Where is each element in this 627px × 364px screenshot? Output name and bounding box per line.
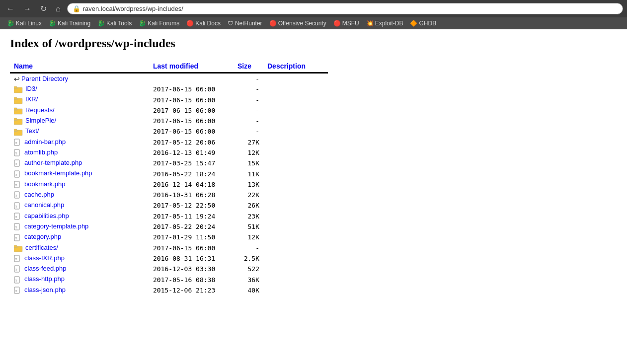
size-cell: 27K [234, 137, 263, 147]
size-cell: 12K [234, 232, 263, 242]
table-row: [?]admin-bar.php2017-05-12 20:0627K [10, 137, 328, 147]
file-icon: [?] [14, 222, 23, 231]
table-row: [?]cache.php2016-10-31 06:2822K [10, 190, 328, 200]
svg-text:[?]: [?] [15, 173, 17, 176]
modified-cell: 2017-06-15 06:00 [149, 243, 234, 253]
table-row: [?]class-json.php2015-12-06 21:2340K [10, 285, 328, 295]
bookmark-kali-linux[interactable]: 🐉 Kali Linux [4, 19, 45, 28]
col-name-link[interactable]: Name [14, 62, 33, 70]
bookmark-kali-forums[interactable]: 🐉 Kali Forums [136, 19, 182, 28]
svg-text:[?]: [?] [15, 279, 17, 282]
table-row: [?]bookmark.php2016-12-14 04:1813K [10, 179, 328, 190]
desc-cell [263, 116, 328, 126]
file-icon: [?] [14, 148, 23, 157]
desc-cell [263, 253, 328, 264]
col-desc-link[interactable]: Description [267, 62, 306, 70]
page-title: Index of /wordpress/wp-includes [10, 37, 617, 50]
col-size-link[interactable]: Size [237, 62, 251, 70]
bookmark-offensive-security[interactable]: 🔴 Offensive Security [266, 19, 329, 28]
size-cell: 15K [234, 158, 263, 168]
msfu-icon: 🔴 [333, 20, 341, 27]
svg-text:[?]: [?] [15, 162, 17, 165]
file-link[interactable]: capabilities.php [24, 212, 69, 219]
desc-cell [263, 179, 328, 190]
file-link[interactable]: category-template.php [24, 222, 88, 230]
kali-linux-icon: 🐉 [7, 20, 14, 27]
file-link[interactable]: author-template.php [24, 159, 82, 166]
file-link[interactable]: category.php [24, 233, 61, 240]
bookmark-kali-tools[interactable]: 🐉 Kali Tools [94, 19, 135, 28]
col-modified-link[interactable]: Last modified [153, 62, 198, 70]
file-link[interactable]: Parent Directory [21, 75, 68, 82]
svg-text:[?]: [?] [15, 237, 17, 239]
table-row: [?]atomlib.php2016-12-13 01:4912K [10, 147, 328, 158]
file-link[interactable]: class-http.php [24, 276, 65, 283]
size-cell: 2.5K [234, 253, 263, 264]
size-cell: 40K [234, 285, 263, 295]
file-link[interactable]: Text/ [25, 127, 39, 135]
size-cell: - [234, 73, 263, 84]
size-cell: 23K [234, 211, 263, 221]
page-content: Index of /wordpress/wp-includes Name Las… [0, 29, 627, 303]
svg-text:[?]: [?] [15, 226, 17, 228]
table-row: SimplePie/2017-06-15 06:00- [10, 116, 328, 126]
back-button[interactable]: ← [4, 3, 17, 14]
file-link[interactable]: ID3/ [25, 85, 37, 92]
file-link[interactable]: atomlib.php [24, 148, 58, 156]
table-row: [?]bookmark-template.php2016-05-22 18:24… [10, 168, 328, 179]
browser-chrome: ← → ↻ ⌂ 🔒 raven.local/wordpress/wp-inclu… [0, 0, 627, 17]
home-button[interactable]: ⌂ [53, 3, 63, 14]
address-bar[interactable]: 🔒 raven.local/wordpress/wp-includes/ [67, 3, 623, 14]
file-link[interactable]: bookmark-template.php [24, 170, 92, 177]
kali-tools-icon: 🐉 [97, 20, 105, 27]
svg-text:[?]: [?] [15, 142, 17, 144]
modified-cell: 2016-12-13 01:49 [149, 147, 234, 158]
desc-cell [263, 190, 328, 200]
size-cell: - [234, 126, 263, 137]
file-icon: [?] [14, 159, 23, 167]
file-link[interactable]: class-feed.php [24, 265, 67, 272]
file-link[interactable]: class-IXR.php [24, 254, 65, 262]
forward-button[interactable]: → [21, 3, 34, 14]
bookmark-msfu[interactable]: 🔴 MSFU [330, 19, 362, 28]
table-row: [?]category.php2017-01-29 11:5012K [10, 232, 328, 242]
desc-cell [263, 232, 328, 242]
table-row: [?]class-http.php2017-05-16 08:3836K [10, 274, 328, 285]
file-link[interactable]: admin-bar.php [24, 138, 66, 146]
address-text: raven.local/wordpress/wp-includes/ [83, 5, 183, 12]
file-link[interactable]: class-json.php [24, 286, 66, 293]
svg-text:[?]: [?] [15, 184, 17, 186]
file-icon: [?] [14, 212, 23, 220]
size-cell: 13K [234, 179, 263, 190]
desc-cell [263, 105, 328, 116]
bookmark-kali-training[interactable]: 🐉 Kali Training [46, 19, 93, 28]
file-link[interactable]: cache.php [24, 191, 54, 198]
size-cell: - [234, 84, 263, 94]
modified-cell: 2017-05-16 08:38 [149, 274, 234, 285]
table-row: [?]class-IXR.php2016-08-31 16:312.5K [10, 253, 328, 264]
file-link[interactable]: IXR/ [25, 95, 38, 103]
file-icon: [?] [14, 275, 23, 284]
file-link[interactable]: bookmark.php [24, 180, 65, 188]
modified-cell: 2015-12-06 21:23 [149, 285, 234, 295]
bookmark-nethunter[interactable]: 🛡 NetHunter [225, 19, 265, 28]
size-cell: 522 [234, 264, 263, 274]
modified-cell: 2017-01-29 11:50 [149, 232, 234, 242]
file-link[interactable]: Requests/ [25, 106, 55, 114]
modified-cell: 2016-10-31 06:28 [149, 190, 234, 200]
desc-cell [263, 211, 328, 221]
file-link[interactable]: canonical.php [24, 201, 64, 209]
bookmark-exploit-db[interactable]: 💥 Exploit-DB [363, 19, 406, 28]
reload-button[interactable]: ↻ [38, 3, 49, 14]
bookmark-ghdb[interactable]: 🔶 GHDB [407, 19, 439, 28]
modified-cell: 2017-05-12 22:50 [149, 200, 234, 211]
bookmarks-bar: 🐉 Kali Linux 🐉 Kali Training 🐉 Kali Tool… [0, 17, 627, 29]
size-cell: 51K [234, 221, 263, 232]
file-link[interactable]: certificates/ [25, 244, 58, 251]
bookmark-kali-docs[interactable]: 🔴 Kali Docs [183, 19, 224, 28]
size-cell: 12K [234, 147, 263, 158]
kali-docs-icon: 🔴 [186, 20, 194, 27]
file-link[interactable]: SimplePie/ [25, 117, 56, 124]
modified-cell: 2017-06-15 06:00 [149, 116, 234, 126]
size-cell: 22K [234, 190, 263, 200]
